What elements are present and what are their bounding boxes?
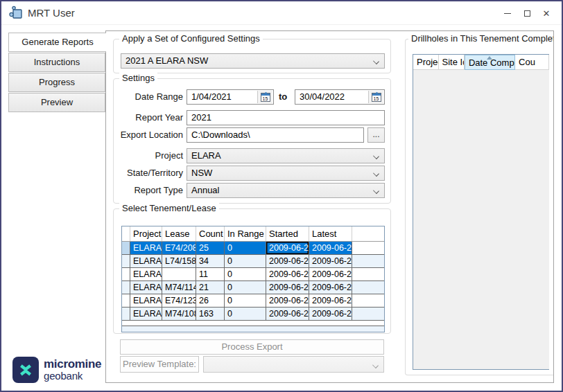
configured-settings-value: 2021 A ELARA NSW	[125, 55, 208, 66]
cell-project[interactable]: ELARA	[130, 281, 162, 294]
table-row[interactable]: ELARA M74/114 21 0 2009-06-20 2009-06-20	[122, 281, 384, 294]
row-header-cell[interactable]	[122, 294, 130, 308]
cell-count[interactable]: 11	[196, 268, 225, 281]
ellipsis-icon: ...	[372, 130, 379, 139]
preview-template-combobox[interactable]	[203, 356, 384, 373]
cell-started[interactable]: 2009-06-20	[266, 308, 309, 321]
col-count-clipped[interactable]: Cou	[515, 55, 549, 70]
col-latest[interactable]: Latest	[309, 226, 352, 241]
cell-project[interactable]: ELARA	[130, 308, 162, 321]
date-from-picker-button[interactable]: 15	[257, 91, 272, 103]
cell-started[interactable]: 2009-06-20	[266, 255, 309, 268]
cell-count[interactable]: 163	[196, 308, 225, 321]
cell-project[interactable]: ELARA	[130, 255, 162, 268]
micromine-geobank-logo: micromine geobank	[12, 357, 101, 383]
table-row[interactable]: ELARA 11 0 2009-06-20 2009-06-20	[122, 268, 384, 281]
export-location-label: Export Location	[114, 127, 183, 143]
drillholes-table-header: Project Site Id Date Completed Cou	[413, 55, 549, 70]
cell-in-range[interactable]: 0	[225, 268, 266, 281]
browse-button[interactable]: ...	[367, 127, 385, 143]
cell-started[interactable]: 2009-06-20	[266, 294, 309, 308]
export-location-input[interactable]: C:\Downloads\	[187, 127, 364, 143]
cell-latest[interactable]: 2009-06-20	[309, 242, 352, 255]
cell-started[interactable]: 2009-06-20	[266, 281, 309, 294]
drillholes-table[interactable]: Project Site Id Date Completed Cou	[413, 54, 549, 370]
cell-started[interactable]: 2009-06-20	[266, 268, 309, 281]
date-to-picker-button[interactable]: 15	[368, 91, 383, 103]
col-site-id[interactable]: Site Id	[439, 55, 465, 70]
cell-count[interactable]: 21	[196, 281, 225, 294]
cell-project[interactable]: ELARA	[130, 242, 162, 255]
table-row[interactable]: ELARA E74/208 25 0 2009-06-20 2009-06-20	[122, 242, 384, 255]
report-year-input[interactable]: 2021	[187, 110, 385, 125]
cell-latest[interactable]: 2009-06-20	[309, 255, 352, 268]
date-to-input[interactable]: 30/04/2022 15	[295, 89, 385, 105]
cell-lease[interactable]: L74/158	[162, 255, 196, 268]
cell-latest[interactable]: 2009-06-20	[309, 294, 352, 308]
tab-preview[interactable]: Preview	[8, 93, 105, 112]
close-icon: ✕	[543, 9, 551, 18]
cell-in-range[interactable]: 0	[225, 255, 266, 268]
configured-settings-combobox[interactable]: 2021 A ELARA NSW	[121, 53, 385, 69]
cell-lease[interactable]: M74/108	[162, 308, 196, 321]
cell-in-range[interactable]: 0	[225, 308, 266, 321]
chevron-down-icon	[373, 58, 379, 64]
close-button[interactable]: ✕	[537, 1, 556, 25]
row-header-cell[interactable]	[122, 268, 130, 281]
date-from-input[interactable]: 1/04/2021 15	[187, 89, 274, 105]
minimize-icon	[504, 13, 511, 14]
report-type-combobox[interactable]: Annual	[187, 183, 385, 198]
date-to-value: 30/04/2022	[300, 91, 345, 102]
chevron-down-icon	[373, 170, 379, 177]
col-in-range[interactable]: In Range	[225, 226, 266, 241]
cell-in-range[interactable]: 0	[225, 281, 266, 294]
col-count[interactable]: Count	[196, 226, 225, 241]
cell-latest[interactable]: 2009-06-21	[309, 308, 352, 321]
table-row[interactable]: ELARA E74/1233 26 0 2009-06-20 2009-06-2…	[122, 294, 384, 308]
project-combobox[interactable]: ELARA	[187, 148, 385, 163]
tab-progress[interactable]: Progress	[8, 73, 105, 92]
cell-in-range[interactable]: 0	[225, 242, 266, 255]
settings-group: Settings Date Range 1/04/2021 15 to 30/0…	[113, 78, 391, 204]
cell-started-focused[interactable]: 2009-06-20	[266, 242, 309, 255]
cell-lease[interactable]: E74/208	[162, 242, 196, 255]
brand-geobank: geobank	[44, 371, 101, 382]
row-header-cell[interactable]	[122, 242, 130, 255]
col-lease[interactable]: Lease	[162, 226, 196, 241]
calendar-icon: 15	[372, 93, 381, 102]
row-header-cell[interactable]	[122, 281, 130, 294]
cell-count[interactable]: 34	[196, 255, 225, 268]
tenement-table[interactable]: Project Lease Count In Range Started Lat…	[121, 226, 385, 332]
maximize-icon	[524, 10, 530, 17]
tenement-table-header: Project Lease Count In Range Started Lat…	[122, 226, 384, 242]
cell-lease[interactable]: E74/1233	[162, 294, 196, 308]
generate-reports-page: Apply a Set of Configured Settings 2021 …	[105, 30, 554, 383]
cell-in-range[interactable]: 0	[225, 294, 266, 308]
col-started[interactable]: Started	[266, 226, 309, 241]
chevron-down-icon	[373, 153, 379, 159]
cell-lease[interactable]	[162, 268, 196, 281]
maximize-button[interactable]	[517, 1, 537, 25]
cell-latest[interactable]: 2009-06-20	[309, 268, 352, 281]
date-range-label: Date Range	[114, 89, 183, 105]
cell-count[interactable]: 25	[196, 242, 225, 255]
col-project[interactable]: Project	[413, 55, 439, 70]
col-date-completed[interactable]: Date Completed	[465, 55, 515, 70]
process-export-button[interactable]: Process Export	[120, 339, 384, 355]
row-header-cell[interactable]	[122, 308, 130, 321]
cell-lease[interactable]: M74/114	[162, 281, 196, 294]
cell-project[interactable]: ELARA	[130, 268, 162, 281]
tab-instructions[interactable]: Instructions	[8, 53, 105, 72]
col-project[interactable]: Project	[130, 226, 162, 241]
preview-template-button[interactable]: Preview Template:	[120, 356, 199, 373]
state-territory-combobox[interactable]: NSW	[187, 166, 385, 181]
cell-project[interactable]: ELARA	[130, 294, 162, 308]
cell-latest[interactable]: 2009-06-20	[309, 281, 352, 294]
date-range-to-label: to	[279, 89, 287, 105]
row-header-cell[interactable]	[122, 255, 130, 268]
tab-generate-reports[interactable]: Generate Reports	[8, 33, 106, 52]
table-row[interactable]: ELARA L74/158 34 0 2009-06-20 2009-06-20	[122, 255, 384, 268]
table-row[interactable]: ELARA M74/108 163 0 2009-06-20 2009-06-2…	[122, 308, 384, 321]
cell-count[interactable]: 26	[196, 294, 225, 308]
minimize-button[interactable]	[498, 1, 517, 25]
